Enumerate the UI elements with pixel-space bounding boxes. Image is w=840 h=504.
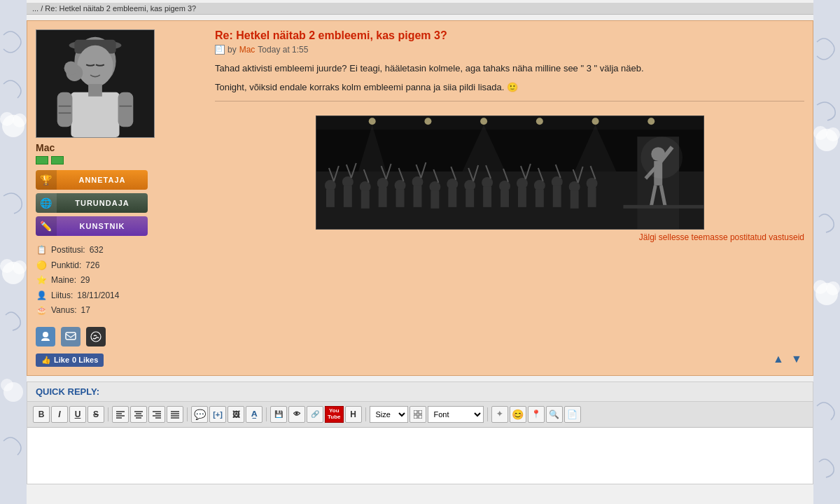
- smiley-button[interactable]: 😊: [510, 406, 526, 423]
- strikethrough-button[interactable]: S: [88, 406, 104, 423]
- special-chars-button[interactable]: ✦: [491, 406, 508, 423]
- message-icon[interactable]: [61, 327, 80, 346]
- align-right-button[interactable]: [148, 406, 165, 423]
- svg-point-38: [536, 118, 542, 125]
- liitus-value: 18/11/2014: [77, 288, 119, 304]
- svg-point-32: [91, 332, 101, 342]
- quote-button[interactable]: 💬: [191, 406, 208, 423]
- svg-point-29: [64, 61, 78, 75]
- punktid-value: 726: [85, 258, 99, 274]
- svg-rect-21: [71, 92, 119, 137]
- svg-point-59: [447, 178, 458, 190]
- deco-left: [0, 0, 27, 504]
- turundaja-label: TURUNDAJA: [57, 193, 148, 213]
- preview-button[interactable]: 👁: [288, 406, 305, 423]
- size-select[interactable]: Size 8 10 12 14 18 24: [370, 406, 408, 423]
- svg-point-63: [482, 177, 493, 188]
- punktid-label: Punktid:: [51, 258, 81, 274]
- bold-button[interactable]: B: [33, 406, 50, 423]
- svg-rect-74: [570, 190, 578, 208]
- post-line2: Tonight, võiksid endale korraks kolm emb…: [215, 80, 804, 95]
- toolbar-sep-2: [187, 407, 188, 421]
- save-draft-button[interactable]: 💾: [270, 406, 287, 423]
- svg-point-3: [13, 113, 27, 127]
- code-button[interactable]: [+]: [209, 406, 226, 423]
- svg-rect-56: [413, 186, 421, 207]
- user-status-badges: [36, 156, 64, 164]
- user-stats: 📋 Postitusi: 632 🟡 Punktid: 726 ⭐ Maine:…: [36, 243, 119, 318]
- scroll-up-button[interactable]: ▲: [771, 351, 786, 367]
- author-link[interactable]: Mac: [239, 45, 255, 55]
- main-content: ... / Re: Hetkel näitab 2 embleemi, kas …: [27, 0, 813, 490]
- font-color-button[interactable]: A̲: [246, 406, 262, 423]
- youtube-label: YouTube: [328, 408, 341, 421]
- toolbar-sep-3: [266, 407, 267, 421]
- svg-rect-58: [430, 190, 439, 208]
- maine-icon: ⭐: [36, 275, 47, 286]
- user-column: Mac 🏆 ANNETAJA 🌐 TURUNDAJA ✏️ KUNSTNIK: [36, 29, 204, 367]
- location-button[interactable]: 📍: [528, 406, 545, 423]
- svg-rect-66: [500, 190, 509, 207]
- svg-point-45: [324, 180, 335, 191]
- svg-rect-54: [396, 190, 404, 207]
- svg-point-73: [568, 181, 580, 192]
- like-icon: 👍: [41, 356, 51, 365]
- post-column: Re: Hetkel näitab 2 embleemi, kas pigem …: [215, 29, 804, 367]
- svg-point-57: [429, 181, 440, 192]
- svg-point-49: [359, 181, 370, 192]
- liitus-row: 👤 Liitus: 18/11/2014: [36, 288, 119, 304]
- align-left-button[interactable]: [112, 406, 129, 423]
- svg-point-75: [586, 178, 597, 189]
- follow-link[interactable]: Jälgi sellesse teemasse postitatud vastu…: [639, 232, 804, 242]
- svg-point-47: [342, 176, 353, 188]
- svg-point-14: [813, 280, 827, 294]
- toolbar-sep-5: [487, 407, 488, 421]
- image-button[interactable]: 🖼: [227, 406, 244, 423]
- align-center-button[interactable]: [130, 406, 147, 423]
- svg-point-15: [826, 281, 840, 295]
- deco-right: [813, 0, 840, 504]
- font-select[interactable]: Font Arial Times New Roman Courier Georg…: [428, 406, 484, 423]
- scroll-down-button[interactable]: ▼: [789, 351, 804, 367]
- annetaja-badge: 🏆 ANNETAJA: [36, 170, 148, 190]
- like-label: Like: [54, 356, 69, 364]
- svg-point-8: [1, 379, 13, 391]
- svg-point-20: [77, 46, 113, 87]
- italic-button[interactable]: I: [51, 406, 68, 423]
- justify-button[interactable]: [167, 406, 183, 423]
- svg-point-2: [0, 112, 14, 126]
- svg-rect-68: [517, 188, 526, 207]
- like-button[interactable]: 👍 Like 0 Likes: [36, 354, 104, 367]
- svg-rect-72: [552, 186, 561, 207]
- svg-point-11: [813, 126, 827, 140]
- page-icon: 📄: [215, 45, 225, 55]
- svg-point-40: [648, 118, 654, 125]
- post-line1: Tahad aktivisti embleemi juurde? Ei teag…: [215, 62, 804, 76]
- svg-rect-31: [66, 332, 76, 340]
- youtube-button[interactable]: YouTube: [325, 406, 344, 423]
- grid-icon-button[interactable]: [410, 406, 426, 423]
- svg-point-39: [592, 118, 598, 125]
- svg-point-36: [424, 118, 431, 125]
- username: Mac: [36, 142, 55, 153]
- steam-icon[interactable]: [86, 327, 106, 346]
- underline-button[interactable]: U: [69, 406, 86, 423]
- svg-point-71: [551, 176, 562, 188]
- annetaja-icon: 🏆: [36, 170, 57, 190]
- turundaja-badge: 🌐 TURUNDAJA: [36, 193, 148, 213]
- profile-icon[interactable]: [36, 327, 55, 346]
- header-button[interactable]: H: [345, 406, 362, 423]
- link-button[interactable]: 🔗: [307, 406, 323, 423]
- editor-textarea[interactable]: [27, 428, 813, 484]
- liitus-icon: 👤: [36, 290, 47, 302]
- search-button[interactable]: 🔍: [546, 406, 563, 423]
- svg-point-12: [826, 127, 840, 141]
- post-container: Mac 🏆 ANNETAJA 🌐 TURUNDAJA ✏️ KUNSTNIK: [27, 20, 813, 376]
- concert-photo: [316, 115, 704, 230]
- svg-point-6: [13, 260, 27, 274]
- document-button[interactable]: 📄: [564, 406, 581, 423]
- svg-rect-62: [465, 190, 474, 207]
- svg-rect-60: [448, 188, 456, 207]
- punktid-icon: 🟡: [36, 260, 47, 271]
- toolbar-sep-4: [365, 407, 366, 421]
